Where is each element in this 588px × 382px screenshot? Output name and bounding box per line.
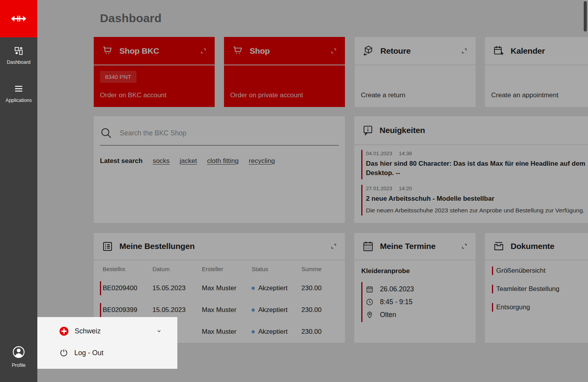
sidebar-item-applications[interactable]: Applications: [0, 83, 37, 103]
sbb-logo[interactable]: [0, 0, 37, 37]
scrollbar-thumb[interactable]: [584, 1, 587, 32]
hamburger-menu-icon: [13, 83, 24, 94]
sidebar: Dashboard Applications Profile: [0, 0, 37, 382]
sidebar-item-label: Applications: [5, 98, 32, 103]
menu-item-country[interactable]: Schweiz: [37, 320, 177, 342]
profile-popup-menu: Schweiz Log - Out: [37, 317, 177, 369]
chevron-down-icon: [156, 328, 163, 335]
sidebar-item-profile[interactable]: Profile: [0, 345, 37, 368]
sidebar-item-dashboard[interactable]: Dashboard: [0, 46, 37, 65]
sidebar-item-label: Profile: [12, 363, 25, 368]
swiss-flag-icon: [59, 326, 69, 336]
power-icon: [59, 348, 68, 357]
profile-avatar-icon: [12, 345, 26, 359]
menu-item-label: Log - Out: [74, 349, 103, 357]
dashboard-grid-icon: [14, 46, 24, 56]
sidebar-item-label: Dashboard: [7, 60, 30, 65]
menu-item-logout[interactable]: Log - Out: [37, 342, 177, 364]
menu-item-label: Schweiz: [75, 327, 101, 335]
